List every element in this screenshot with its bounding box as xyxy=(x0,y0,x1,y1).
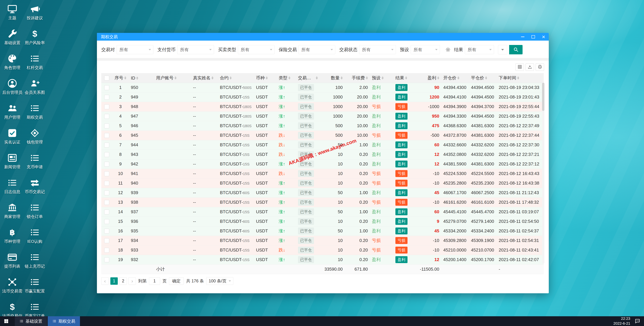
sort-icon[interactable] xyxy=(230,76,232,79)
gear-icon[interactable] xyxy=(444,46,452,54)
sort-icon[interactable] xyxy=(341,76,343,79)
column-header-preset[interactable]: 预设 xyxy=(370,73,394,83)
desktop-shortcut[interactable]: 法币交易需 xyxy=(1,276,23,301)
sort-icon[interactable] xyxy=(517,76,519,79)
sort-icon[interactable] xyxy=(405,76,407,79)
desktop-shortcut[interactable]: 钱包管理 xyxy=(24,127,46,152)
desktop-shortcut[interactable]: 日志信息 xyxy=(1,177,23,201)
desktop-shortcut[interactable]: 基础设置 xyxy=(1,27,23,52)
column-header-close[interactable]: 平仓价 xyxy=(469,73,497,83)
sort-icon[interactable] xyxy=(366,76,368,79)
vertical-scrollbar[interactable] xyxy=(542,82,544,264)
row-checkbox[interactable] xyxy=(104,257,109,262)
row-checkbox[interactable] xyxy=(104,85,109,90)
desktop-shortcut[interactable]: 角色管理 xyxy=(1,52,23,77)
column-header-no[interactable]: 序号 xyxy=(112,73,129,83)
column-header-amount[interactable]: 数量 xyxy=(322,73,345,83)
row-checkbox[interactable] xyxy=(104,200,109,205)
column-header-currency[interactable]: 币种 xyxy=(254,73,277,83)
desktop-shortcut[interactable]: 提币列表 xyxy=(1,251,23,276)
row-checkbox[interactable] xyxy=(104,162,109,167)
desktop-shortcut[interactable]: 锁仓订单 xyxy=(24,201,46,226)
page-size-select[interactable]: 100 条/页 xyxy=(206,277,234,285)
select-all-checkbox[interactable] xyxy=(104,76,109,80)
row-checkbox[interactable] xyxy=(104,229,109,234)
row-checkbox[interactable] xyxy=(104,171,109,176)
row-checkbox[interactable] xyxy=(104,152,109,157)
desktop-shortcut[interactable]: $用户风险率 xyxy=(24,27,46,52)
desktop-shortcut[interactable]: 会员关系图 xyxy=(24,77,46,102)
search-button[interactable] xyxy=(509,45,522,54)
column-header-name[interactable]: 真实姓名 xyxy=(191,73,218,83)
column-header-type[interactable]: 类型 xyxy=(277,73,296,83)
row-checkbox[interactable] xyxy=(104,123,109,128)
columns-tool-button[interactable] xyxy=(516,63,524,71)
sort-icon[interactable] xyxy=(288,76,290,79)
row-checkbox[interactable] xyxy=(104,210,109,214)
filter-trade-status-select[interactable]: 所有 xyxy=(359,45,396,54)
taskbar-clock[interactable]: 22:23 2022-6-21 xyxy=(614,316,630,326)
close-button[interactable]: × xyxy=(538,33,549,41)
next-page-button[interactable]: › xyxy=(128,277,136,285)
column-header-time[interactable]: 下单时间 xyxy=(497,73,544,83)
desktop-shortcut[interactable]: 币币交易记 xyxy=(24,177,46,201)
column-header-profit[interactable]: 盈利 xyxy=(416,73,441,83)
row-checkbox[interactable] xyxy=(104,219,109,224)
sort-icon[interactable] xyxy=(485,76,487,79)
row-checkbox[interactable] xyxy=(104,181,109,186)
page-button-1[interactable]: 1 xyxy=(110,277,118,285)
export-tool-button[interactable] xyxy=(526,63,534,71)
sort-icon[interactable] xyxy=(174,76,176,79)
sort-icon[interactable] xyxy=(458,76,460,79)
desktop-shortcut[interactable]: 杠杆交易 xyxy=(24,52,46,77)
minimize-button[interactable] xyxy=(518,33,528,41)
search-dropdown-button[interactable] xyxy=(498,45,507,54)
sort-icon[interactable] xyxy=(136,77,138,79)
start-button[interactable] xyxy=(0,316,12,326)
window-titlebar[interactable]: 期权交易 × xyxy=(97,33,549,41)
sort-icon[interactable] xyxy=(437,76,439,79)
print-tool-button[interactable] xyxy=(536,63,544,71)
row-checkbox[interactable] xyxy=(104,133,109,138)
column-header-status[interactable]: 交易状态 xyxy=(296,73,322,83)
row-checkbox[interactable] xyxy=(104,114,109,119)
row-checkbox[interactable] xyxy=(104,95,109,100)
desktop-shortcut[interactable]: 用户管理 xyxy=(1,102,23,127)
filter-pay-currency-select[interactable]: 所有 xyxy=(177,45,214,54)
column-header-account[interactable]: 用户账号 xyxy=(154,73,191,83)
desktop-shortcut[interactable]: 币赢宝配置 xyxy=(24,276,46,301)
chat-icon[interactable] xyxy=(634,318,640,324)
taskbar-item[interactable]: 期权交易 xyxy=(48,316,80,326)
desktop-shortcut[interactable]: 链上充币记 xyxy=(24,251,46,276)
desktop-shortcut[interactable]: IEO认购 xyxy=(24,226,46,251)
row-checkbox[interactable] xyxy=(104,143,109,147)
sort-icon[interactable] xyxy=(316,76,318,79)
desktop-shortcut[interactable]: 期权交易 xyxy=(24,102,46,127)
desktop-shortcut[interactable]: 充币申请 xyxy=(24,152,46,177)
prev-page-button[interactable]: ‹ xyxy=(101,277,109,285)
desktop-shortcut[interactable]: 投诉建议 xyxy=(24,3,46,27)
maximize-button[interactable] xyxy=(528,33,538,41)
sort-icon[interactable] xyxy=(212,76,214,79)
filter-insurance-select[interactable]: 所有 xyxy=(298,45,335,54)
scrollbar-thumb[interactable] xyxy=(542,83,544,111)
row-checkbox[interactable] xyxy=(104,248,109,253)
filter-result-select[interactable]: 所有 xyxy=(465,45,494,54)
page-button-2[interactable]: 2 xyxy=(120,277,127,285)
filter-trading-pair-select[interactable]: 所有 xyxy=(116,45,153,54)
desktop-shortcut[interactable]: 新闻管理 xyxy=(1,152,23,177)
desktop-shortcut[interactable]: ฿币种管理 xyxy=(1,226,23,251)
column-header-fee[interactable]: 手续费 xyxy=(345,73,370,83)
desktop-shortcut[interactable]: 实名认证 xyxy=(1,127,23,152)
confirm-page-button[interactable]: 确定 xyxy=(169,277,184,285)
sort-icon[interactable] xyxy=(266,76,268,79)
page-jump-input[interactable] xyxy=(149,277,160,285)
column-header-open[interactable]: 开仓价 xyxy=(441,73,469,83)
column-header-contract[interactable]: 合约 xyxy=(218,73,254,83)
desktop-shortcut[interactable]: 商家管理 xyxy=(1,201,23,226)
column-header-id[interactable]: ID xyxy=(129,73,154,83)
sort-icon[interactable] xyxy=(124,76,126,79)
row-checkbox[interactable] xyxy=(104,238,109,243)
row-checkbox[interactable] xyxy=(104,104,109,109)
filter-trade-type-select[interactable]: 所有 xyxy=(238,45,275,54)
